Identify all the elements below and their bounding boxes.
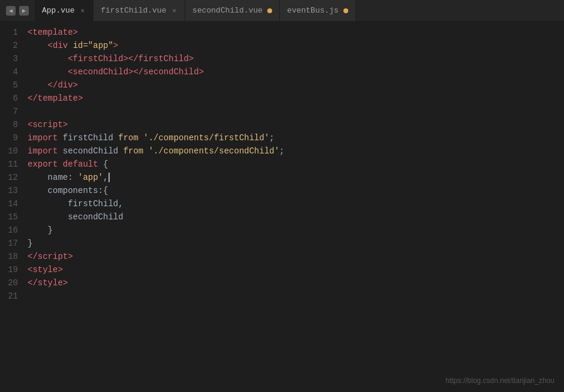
editor: 1 2 3 4 5 6 7 8 9 10 11 12 13 14 15 16 1… (0, 21, 564, 392)
code-line-10: import secondChild from './components/se… (28, 144, 564, 158)
line-number: 6 (0, 92, 18, 105)
title-bar: ◀ ▶ App.vue ✕ firstChild.vue ✕ secondChi… (0, 0, 564, 21)
line-number: 13 (0, 184, 18, 197)
line-number: 20 (0, 276, 18, 290)
tab-label: eventBus.js (287, 6, 339, 15)
code-line-7 (28, 105, 564, 118)
close-icon[interactable]: ✕ (80, 5, 86, 16)
tab-label: secondChild.vue (192, 6, 263, 15)
code-line-6: </template> (28, 92, 564, 105)
watermark: https://blog.csdn.net/tianjian_zhou (446, 376, 554, 385)
code-line-12: name: 'app', (28, 171, 564, 184)
line-number: 18 (0, 250, 18, 263)
modified-dot (267, 8, 272, 13)
tab-bar: App.vue ✕ firstChild.vue ✕ secondChild.v… (35, 0, 564, 21)
code-line-11: export default { (28, 158, 564, 171)
line-number: 14 (0, 197, 18, 210)
code-line-14: firstChild, (28, 197, 564, 210)
line-number: 15 (0, 210, 18, 224)
tab-label: App.vue (42, 6, 75, 15)
close-icon[interactable]: ✕ (171, 5, 177, 16)
tab-app-vue[interactable]: App.vue ✕ (35, 0, 94, 21)
back-button[interactable]: ◀ (6, 6, 16, 16)
modified-dot (343, 8, 348, 13)
code-line-4: <secondChild></secondChild> (28, 65, 564, 79)
code-line-17: } (28, 237, 564, 250)
line-number: 2 (0, 39, 18, 52)
code-line-21 (28, 290, 564, 303)
forward-button[interactable]: ▶ (19, 6, 29, 16)
line-numbers: 1 2 3 4 5 6 7 8 9 10 11 12 13 14 15 16 1… (0, 21, 25, 392)
line-number: 7 (0, 105, 18, 118)
line-number: 5 (0, 79, 18, 92)
tab-eventbus-js[interactable]: eventBus.js (280, 0, 356, 21)
code-line-18: </script> (28, 250, 564, 263)
code-line-5: </div> (28, 79, 564, 92)
tab-label: firstChild.vue (101, 6, 166, 15)
code-line-2: <div id="app"> (28, 39, 564, 52)
line-number: 9 (0, 131, 18, 144)
code-line-13: components:{ (28, 184, 564, 197)
code-line-3: <firstChild></firstChild> (28, 52, 564, 65)
code-line-19: <style> (28, 263, 564, 276)
tab-secondchild-vue[interactable]: secondChild.vue (185, 0, 280, 21)
tab-firstchild-vue[interactable]: firstChild.vue ✕ (94, 0, 185, 21)
line-number: 17 (0, 237, 18, 250)
code-line-1: <template> (28, 26, 564, 39)
code-content[interactable]: <template> <div id="app"> <firstChild></… (25, 21, 564, 392)
code-line-8: <script> (28, 118, 564, 131)
line-number: 4 (0, 65, 18, 79)
code-line-20: </style> (28, 276, 564, 290)
line-number: 21 (0, 290, 18, 303)
line-number: 3 (0, 52, 18, 65)
code-line-9: import firstChild from './components/fir… (28, 131, 564, 144)
line-number: 8 (0, 118, 18, 131)
line-number: 1 (0, 26, 18, 39)
code-line-15: secondChild (28, 210, 564, 224)
line-number: 10 (0, 144, 18, 158)
line-number: 12 (0, 171, 18, 184)
window-controls: ◀ ▶ (0, 6, 35, 16)
line-number: 16 (0, 224, 18, 237)
line-number: 11 (0, 158, 18, 171)
code-line-16: } (28, 224, 564, 237)
line-number: 19 (0, 263, 18, 276)
